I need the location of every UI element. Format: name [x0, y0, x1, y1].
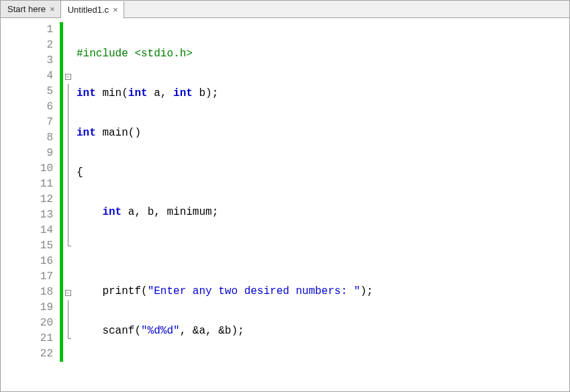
line-number: 7: [1, 115, 60, 130]
line-number: 9: [1, 146, 60, 161]
line-number-gutter: 1 2 3 4 5 6 7 8 9 10 11 12 13 14 15 16 1…: [1, 18, 60, 392]
tab-bar: Start here × Untitled1.c ×: [1, 1, 569, 18]
fold-toggle-icon[interactable]: −: [63, 285, 73, 300]
line-number: 4: [1, 68, 60, 84]
code-line: [77, 363, 569, 379]
line-number: 15: [1, 238, 60, 254]
line-number: 5: [1, 84, 60, 99]
line-number: 18: [1, 285, 60, 300]
line-number: 16: [1, 254, 60, 269]
fold-gutter: − −: [63, 18, 73, 392]
line-number: 2: [1, 38, 60, 53]
line-number: 12: [1, 192, 60, 207]
line-number: 8: [1, 130, 60, 146]
tab-untitled1[interactable]: Untitled1.c ×: [61, 1, 124, 19]
line-number: 13: [1, 207, 60, 223]
code-line: printf("Enter any two desired numbers: "…: [77, 284, 569, 299]
line-number: 10: [1, 161, 60, 177]
code-area[interactable]: #include <stdio.h> int min(int a, int b)…: [73, 18, 569, 392]
editor[interactable]: 1 2 3 4 5 6 7 8 9 10 11 12 13 14 15 16 1…: [1, 18, 569, 392]
code-line: #include <stdio.h>: [77, 46, 569, 62]
line-number: 19: [1, 300, 60, 315]
code-line: {: [77, 165, 569, 181]
code-line: scanf("%d%d", &a, &b);: [77, 324, 569, 339]
tab-label: Start here: [7, 4, 46, 14]
line-number: 1: [1, 22, 60, 38]
line-number: 14: [1, 223, 60, 238]
line-number: 22: [1, 346, 60, 362]
line-number: 20: [1, 315, 60, 331]
line-number: 21: [1, 331, 60, 346]
code-line: int min(int a, int b);: [77, 86, 569, 101]
close-icon[interactable]: ×: [113, 5, 118, 14]
line-number: 3: [1, 53, 60, 68]
code-line: int main(): [77, 126, 569, 141]
line-number: 11: [1, 177, 60, 192]
fold-toggle-icon[interactable]: −: [63, 68, 73, 84]
tab-label: Untitled1.c: [68, 5, 109, 15]
line-number: 6: [1, 99, 60, 115]
tab-start-here[interactable]: Start here ×: [1, 1, 61, 17]
line-number: 17: [1, 269, 60, 285]
code-line: int a, b, minimum;: [77, 205, 569, 220]
close-icon[interactable]: ×: [50, 5, 55, 13]
code-line: [77, 244, 569, 260]
